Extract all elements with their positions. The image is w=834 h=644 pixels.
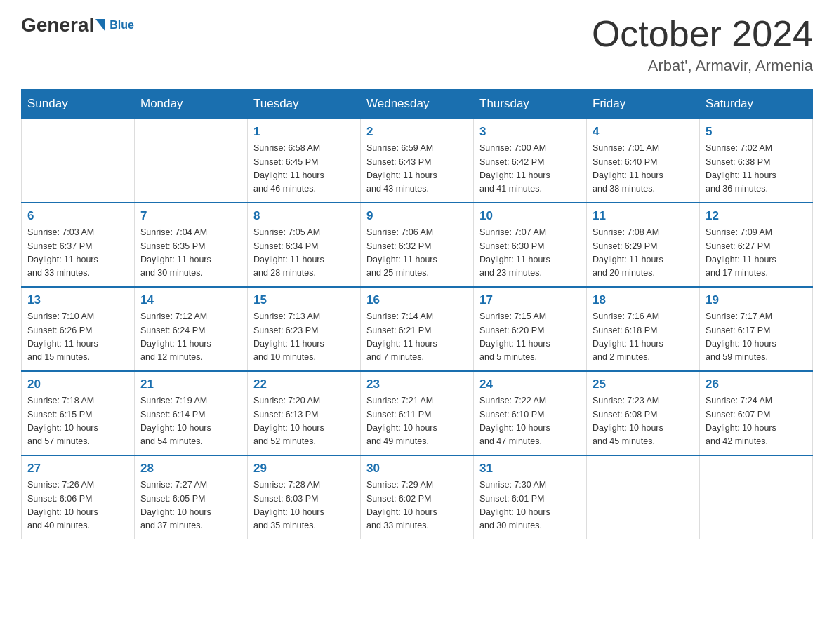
day-number: 18 [593, 293, 694, 307]
calendar-cell: 27Sunrise: 7:26 AMSunset: 6:06 PMDayligh… [22, 455, 135, 539]
calendar-header-saturday: Saturday [700, 90, 813, 119]
calendar-cell: 4Sunrise: 7:01 AMSunset: 6:40 PMDaylight… [587, 119, 700, 203]
calendar-cell: 12Sunrise: 7:09 AMSunset: 6:27 PMDayligh… [700, 203, 813, 287]
page-header: General Blue October 2024 Arbat', Armavi… [21, 14, 813, 75]
day-number: 25 [593, 377, 694, 391]
calendar-cell: 22Sunrise: 7:20 AMSunset: 6:13 PMDayligh… [248, 371, 361, 455]
day-number: 6 [27, 209, 128, 223]
calendar-cell: 5Sunrise: 7:02 AMSunset: 6:38 PMDaylight… [700, 119, 813, 203]
day-number: 11 [593, 209, 694, 223]
calendar-cell: 11Sunrise: 7:08 AMSunset: 6:29 PMDayligh… [587, 203, 700, 287]
calendar-cell: 15Sunrise: 7:13 AMSunset: 6:23 PMDayligh… [248, 287, 361, 371]
month-title: October 2024 [592, 14, 813, 54]
day-number: 14 [140, 293, 241, 307]
day-number: 22 [253, 377, 355, 391]
day-number: 8 [253, 209, 355, 223]
day-info: Sunrise: 7:04 AMSunset: 6:35 PMDaylight:… [140, 226, 241, 281]
day-info: Sunrise: 7:21 AMSunset: 6:11 PMDaylight:… [366, 394, 468, 449]
day-number: 12 [706, 209, 807, 223]
calendar-cell [135, 119, 248, 203]
calendar-week-row: 27Sunrise: 7:26 AMSunset: 6:06 PMDayligh… [22, 455, 813, 539]
day-number: 13 [27, 293, 128, 307]
day-info: Sunrise: 7:18 AMSunset: 6:15 PMDaylight:… [27, 394, 128, 449]
calendar-cell: 2Sunrise: 6:59 AMSunset: 6:43 PMDaylight… [361, 119, 474, 203]
day-number: 29 [253, 462, 355, 476]
day-info: Sunrise: 7:23 AMSunset: 6:08 PMDaylight:… [593, 394, 694, 449]
calendar-cell: 30Sunrise: 7:29 AMSunset: 6:02 PMDayligh… [361, 455, 474, 539]
calendar-cell: 29Sunrise: 7:28 AMSunset: 6:03 PMDayligh… [248, 455, 361, 539]
day-info: Sunrise: 7:08 AMSunset: 6:29 PMDaylight:… [593, 226, 694, 281]
day-number: 23 [366, 377, 468, 391]
calendar-header-friday: Friday [587, 90, 700, 119]
calendar-header-wednesday: Wednesday [361, 90, 474, 119]
logo: General Blue [21, 14, 134, 36]
day-info: Sunrise: 7:12 AMSunset: 6:24 PMDaylight:… [140, 310, 241, 365]
calendar-cell: 6Sunrise: 7:03 AMSunset: 6:37 PMDaylight… [22, 203, 135, 287]
calendar-cell [587, 455, 700, 539]
calendar-week-row: 6Sunrise: 7:03 AMSunset: 6:37 PMDaylight… [22, 203, 813, 287]
day-info: Sunrise: 7:19 AMSunset: 6:14 PMDaylight:… [140, 394, 241, 449]
calendar-header-sunday: Sunday [22, 90, 135, 119]
day-number: 16 [366, 293, 468, 307]
calendar-cell: 20Sunrise: 7:18 AMSunset: 6:15 PMDayligh… [22, 371, 135, 455]
day-info: Sunrise: 7:02 AMSunset: 6:38 PMDaylight:… [706, 142, 807, 196]
day-info: Sunrise: 7:24 AMSunset: 6:07 PMDaylight:… [706, 394, 807, 449]
day-info: Sunrise: 7:06 AMSunset: 6:32 PMDaylight:… [366, 226, 468, 281]
calendar-cell: 26Sunrise: 7:24 AMSunset: 6:07 PMDayligh… [700, 371, 813, 455]
calendar-cell [700, 455, 813, 539]
calendar-header-monday: Monday [135, 90, 248, 119]
calendar-cell: 17Sunrise: 7:15 AMSunset: 6:20 PMDayligh… [474, 287, 587, 371]
logo-triangle-icon [95, 19, 105, 32]
day-info: Sunrise: 7:16 AMSunset: 6:18 PMDaylight:… [593, 310, 694, 365]
day-info: Sunrise: 7:05 AMSunset: 6:34 PMDaylight:… [253, 226, 355, 281]
calendar-cell: 9Sunrise: 7:06 AMSunset: 6:32 PMDaylight… [361, 203, 474, 287]
calendar-cell: 23Sunrise: 7:21 AMSunset: 6:11 PMDayligh… [361, 371, 474, 455]
calendar-cell: 18Sunrise: 7:16 AMSunset: 6:18 PMDayligh… [587, 287, 700, 371]
day-number: 7 [140, 209, 241, 223]
day-info: Sunrise: 7:13 AMSunset: 6:23 PMDaylight:… [253, 310, 355, 365]
calendar-table: SundayMondayTuesdayWednesdayThursdayFrid… [21, 89, 813, 539]
calendar-cell [22, 119, 135, 203]
calendar-cell: 7Sunrise: 7:04 AMSunset: 6:35 PMDaylight… [135, 203, 248, 287]
calendar-week-row: 20Sunrise: 7:18 AMSunset: 6:15 PMDayligh… [22, 371, 813, 455]
day-info: Sunrise: 7:03 AMSunset: 6:37 PMDaylight:… [27, 226, 128, 281]
day-info: Sunrise: 7:00 AMSunset: 6:42 PMDaylight:… [479, 142, 581, 196]
day-number: 28 [140, 462, 241, 476]
calendar-cell: 24Sunrise: 7:22 AMSunset: 6:10 PMDayligh… [474, 371, 587, 455]
day-info: Sunrise: 7:01 AMSunset: 6:40 PMDaylight:… [593, 142, 694, 196]
day-number: 15 [253, 293, 355, 307]
day-number: 5 [706, 125, 807, 139]
calendar-week-row: 1Sunrise: 6:58 AMSunset: 6:45 PMDaylight… [22, 119, 813, 203]
calendar-header-row: SundayMondayTuesdayWednesdayThursdayFrid… [22, 90, 813, 119]
day-number: 9 [366, 209, 468, 223]
day-number: 1 [253, 125, 355, 139]
calendar-cell: 14Sunrise: 7:12 AMSunset: 6:24 PMDayligh… [135, 287, 248, 371]
day-number: 20 [27, 377, 128, 391]
calendar-cell: 31Sunrise: 7:30 AMSunset: 6:01 PMDayligh… [474, 455, 587, 539]
day-number: 21 [140, 377, 241, 391]
day-number: 26 [706, 377, 807, 391]
calendar-header-tuesday: Tuesday [248, 90, 361, 119]
day-number: 10 [479, 209, 581, 223]
calendar-cell: 25Sunrise: 7:23 AMSunset: 6:08 PMDayligh… [587, 371, 700, 455]
calendar-week-row: 13Sunrise: 7:10 AMSunset: 6:26 PMDayligh… [22, 287, 813, 371]
calendar-cell: 21Sunrise: 7:19 AMSunset: 6:14 PMDayligh… [135, 371, 248, 455]
calendar-cell: 19Sunrise: 7:17 AMSunset: 6:17 PMDayligh… [700, 287, 813, 371]
day-number: 30 [366, 462, 468, 476]
day-info: Sunrise: 7:09 AMSunset: 6:27 PMDaylight:… [706, 226, 807, 281]
day-info: Sunrise: 7:29 AMSunset: 6:02 PMDaylight:… [366, 478, 468, 533]
day-info: Sunrise: 7:22 AMSunset: 6:10 PMDaylight:… [479, 394, 581, 449]
day-info: Sunrise: 7:10 AMSunset: 6:26 PMDaylight:… [27, 310, 128, 365]
day-info: Sunrise: 7:14 AMSunset: 6:21 PMDaylight:… [366, 310, 468, 365]
title-section: October 2024 Arbat', Armavir, Armenia [592, 14, 813, 75]
day-info: Sunrise: 7:20 AMSunset: 6:13 PMDaylight:… [253, 394, 355, 449]
day-info: Sunrise: 7:17 AMSunset: 6:17 PMDaylight:… [706, 310, 807, 365]
day-number: 2 [366, 125, 468, 139]
calendar-cell: 8Sunrise: 7:05 AMSunset: 6:34 PMDaylight… [248, 203, 361, 287]
day-info: Sunrise: 6:59 AMSunset: 6:43 PMDaylight:… [366, 142, 468, 196]
day-number: 24 [479, 377, 581, 391]
day-info: Sunrise: 7:28 AMSunset: 6:03 PMDaylight:… [253, 478, 355, 533]
day-info: Sunrise: 7:26 AMSunset: 6:06 PMDaylight:… [27, 478, 128, 533]
location-subtitle: Arbat', Armavir, Armenia [592, 57, 813, 75]
day-number: 4 [593, 125, 694, 139]
